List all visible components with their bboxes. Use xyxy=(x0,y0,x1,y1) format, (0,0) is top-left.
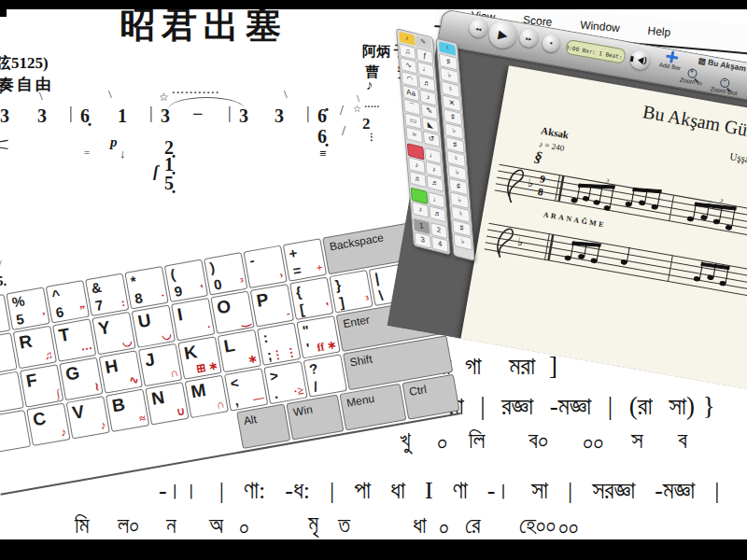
keyboard-key: > . ·≥ xyxy=(263,361,307,405)
key-main-legend: + xyxy=(288,245,299,261)
key-main-legend: & xyxy=(90,279,103,297)
key-main-legend: T xyxy=(57,325,71,347)
key-main-legend: O xyxy=(216,296,233,318)
key-sub-legend: [ xyxy=(299,301,306,317)
segno-sign: § xyxy=(533,148,543,166)
keyboard-key: T ⋯ xyxy=(52,318,96,362)
keyboard-key: Win xyxy=(286,395,344,441)
key-main-legend: V xyxy=(71,401,86,424)
key-music-symbol: + xyxy=(316,261,324,273)
key-sub-legend: 6 xyxy=(54,303,64,320)
key-music-symbol: · xyxy=(160,289,165,301)
menu-item[interactable]: Window xyxy=(580,18,621,35)
keyboard-key: H ∿ xyxy=(99,350,143,394)
keyboard-key: U ◡ xyxy=(132,304,176,348)
key-sub-legend: ] xyxy=(338,294,345,311)
stop-button[interactable]: ▪ xyxy=(541,33,561,53)
notation-line: ল০ xyxy=(118,513,139,538)
key-music-symbol: ʽ xyxy=(200,283,205,295)
speaker-icon xyxy=(633,55,643,64)
key-main-legend: ( xyxy=(169,266,176,283)
forward-button[interactable]: ▸▸ xyxy=(518,27,540,49)
key-main-legend: J xyxy=(143,349,156,371)
key-music-symbol: ” xyxy=(79,303,87,315)
keyboard-key: R ♫ xyxy=(13,326,57,370)
keyboard-key: K ⊞ ∗ xyxy=(177,336,221,380)
key-main-legend: * xyxy=(130,273,138,289)
key-main-legend: Win xyxy=(292,403,314,419)
keyboard-key: : ; ⋮ ⋮ xyxy=(257,322,301,366)
key-sub-legend: 0 xyxy=(213,275,223,292)
play-button[interactable]: ▶ xyxy=(486,18,519,50)
key-music-symbol: · xyxy=(206,321,212,333)
keyboard-key: Y ◡ xyxy=(92,312,135,356)
rhythm-label: Aksak xyxy=(540,125,570,141)
key-main-legend: ? xyxy=(308,360,319,377)
keyboard-key: - › xyxy=(243,245,287,289)
key-music-symbol: ⋮ ⋮ xyxy=(271,345,298,361)
notation-line: ধা xyxy=(413,513,427,538)
letterbox-top xyxy=(0,0,747,9)
key-main-legend: { xyxy=(294,284,303,301)
letterbox-notch xyxy=(0,9,7,17)
zoom-in-button[interactable]: + Zoom In xyxy=(680,67,704,87)
key-main-legend: " xyxy=(302,322,311,339)
notation-line: রে xyxy=(465,513,480,538)
notation-line: ০ xyxy=(439,515,449,539)
notation-line: ত xyxy=(338,513,350,538)
notation-line: ০ xyxy=(239,515,249,539)
clef-icon xyxy=(505,168,524,203)
key-music-symbol: ʼ xyxy=(41,311,47,323)
key-main-legend: } xyxy=(334,276,343,293)
keyboard-key: & 7 : xyxy=(85,273,129,316)
key-main-legend: > xyxy=(269,367,280,384)
menu-item[interactable]: Help xyxy=(647,23,671,38)
keyboard-key: Menu xyxy=(339,384,406,431)
keyboard-key: C ♪ xyxy=(26,402,70,446)
key-music-symbol: ³ xyxy=(239,275,245,287)
keyboard-key: Alt xyxy=(236,404,290,449)
key-music-symbol: ◡ xyxy=(121,335,133,348)
rewind-button[interactable]: ◂◂ xyxy=(468,18,489,39)
key-main-legend: G xyxy=(64,362,81,385)
key-music-symbol: ·≥ xyxy=(293,385,305,398)
key-main-legend: Menu xyxy=(345,392,375,410)
keyboard-key: F ∫ xyxy=(20,364,63,408)
notation-line: হে০০ xyxy=(519,513,556,538)
key-main-legend: K xyxy=(183,342,199,364)
key-sub-legend: , xyxy=(233,392,240,408)
key-music-symbol: ∗ xyxy=(247,353,259,366)
keyboard-key: ^ 6 ” xyxy=(46,280,90,324)
keyboard-key: N ∪ xyxy=(145,382,189,426)
keyboard-key: " ' ff ∗ xyxy=(296,315,340,359)
magnifier-minus-icon: − xyxy=(720,77,731,89)
keyboard-key: < , — xyxy=(224,368,268,412)
keyboard-key xyxy=(0,410,31,454)
key-sub-legend: 8 xyxy=(134,289,144,306)
key-main-legend: Y xyxy=(97,317,112,340)
key-music-symbol: ⊞ ∗ xyxy=(195,359,218,374)
notation-line: -।। | ণা: -ধ: | পা ধা I ণা -। সা | সরজ্ঞ… xyxy=(159,478,719,505)
key-sub-legend: ' xyxy=(305,340,311,356)
key-music-symbol: ♫ xyxy=(44,349,54,361)
key-main-legend: % xyxy=(11,292,26,310)
notation-line: ০ xyxy=(437,429,447,455)
key-music-symbol: ff ∗ xyxy=(316,339,337,353)
svg-text:♭: ♭ xyxy=(527,176,534,190)
volume-button[interactable] xyxy=(629,49,652,71)
key-music-symbol: ≈ xyxy=(138,413,147,425)
keyboard-key: G ≀ xyxy=(59,357,103,401)
notation-line: ব xyxy=(678,427,687,454)
keyboard-key: P - xyxy=(250,284,294,328)
key-main-legend: B xyxy=(110,394,126,416)
zoom-out-button[interactable]: − Zoom Out xyxy=(710,76,739,96)
key-music-symbol: ≀ xyxy=(94,381,101,393)
keyboard-key: Ctrl xyxy=(402,374,459,420)
key-main-legend: I xyxy=(176,304,184,326)
key-main-legend: N xyxy=(150,387,166,410)
svg-text:3: 3 xyxy=(605,177,610,184)
key-music-symbol: ♪ xyxy=(99,419,106,431)
key-main-legend: R xyxy=(18,331,34,354)
notation-line: মৃ xyxy=(308,511,318,536)
keyboard-key: % 5 ʼ xyxy=(6,287,49,330)
